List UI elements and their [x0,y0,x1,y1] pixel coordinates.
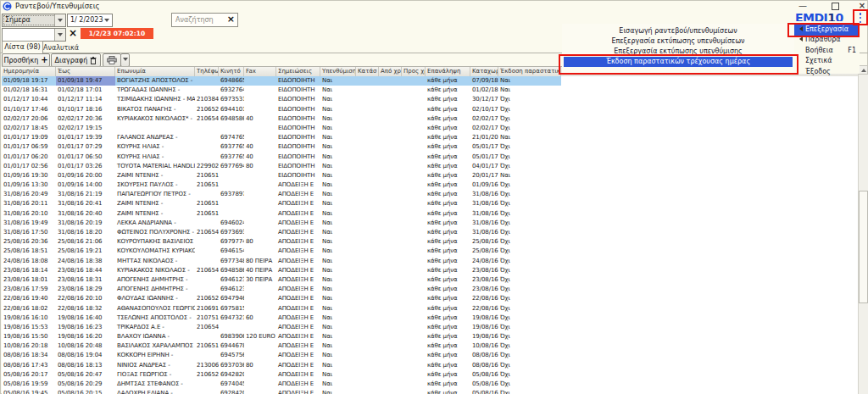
submenu-item[interactable]: Επεξεργασία εκτύπωσης υπενθυμίσεων [564,36,793,47]
table-cell [244,180,276,190]
menu-item-help[interactable]: ΒοήθειαF1 [793,46,858,56]
table-row[interactable]: 23/08/16 17:5923/08/16 18:29ΑΠΟΓΕΝΗΣ ΔΗΜ… [2,285,561,294]
minimize-button[interactable]: — [797,1,809,11]
table-row[interactable]: 22/08/16 18:0222/08/16 18:32ΑΘΑΝΑΣΟΠΟΥΛΟ… [2,304,561,314]
table-cell: 2106548 [195,323,219,332]
table-cell: ΤΡΩΓΑΔΑΣ ΙΩΑΝΝΗΣ - [115,86,195,95]
table-cell: κάθε μήνα [426,124,470,133]
table-cell [219,209,244,219]
table-cell: Ναι [320,162,356,171]
table-cell: 01/09/18 19:17 [2,76,56,86]
table-row[interactable]: 01/01/17 02:5601/01/17 03:26ΤΟΥΟΤΑ MATER… [2,162,561,171]
table-cell: 69735317 [219,95,244,104]
table-row[interactable]: 19/08/16 15:5319/08/16 16:23ΤΡΙΚΑΡΔΟΣ Α.… [2,323,561,332]
table-row[interactable]: 01/01/17 06:2001/01/17 06:50ΚΟΥΡΗΣ ΗΛΙΑΣ… [2,153,561,162]
table-row[interactable]: 10/08/16 20:1810/08/16 20:48ΒΑΣΙΛΑΚΟΣ ΧΑ… [2,341,561,351]
table-cell: 19/08/16 15:53 [2,323,56,332]
table-row[interactable]: 31/08/16 20:1031/08/16 20:40ΖΑΙΜΙ ΝΤΕΝΗΣ… [2,209,561,219]
filter-combo[interactable] [2,28,66,42]
tab-details[interactable]: Αναλυτικά [42,42,80,53]
scrollbar-thumb[interactable] [859,191,868,303]
table-cell: κάθε μήνα [426,114,470,124]
table-row[interactable]: 22/08/16 19:4022/08/16 20:10ΦΛΟΥΔΑΣ ΙΩΑΝ… [2,294,561,303]
table-row[interactable]: 01/09/16 13:3001/09/16 14:00ΣΚΟΥΡΣΗΣ ΠΑΥ… [2,180,561,190]
table-cell: Όχι [498,162,561,171]
table-cell [379,257,402,266]
table-cell: Όχι [498,124,561,133]
table-row[interactable]: 01/09/18 19:1701/09/18 19:47ΒΟΓΙΑΤΖΗΣ ΑΠ… [2,76,561,86]
clear-filter-button[interactable]: × [67,27,79,39]
table-row[interactable]: 25/08/16 18:5125/08/16 19:21ΚΟΥΚΟΥΛΟΜΑΤΗ… [2,247,561,256]
table-row[interactable]: 24/08/16 18:0824/08/16 18:38ΜΗΤΤΑΣ ΝΙΚΟΛ… [2,257,561,266]
table-row[interactable]: 19/08/16 16:1019/08/16 16:40ΤΣΕΛΩΝΗΣ ΑΠΟ… [2,314,561,323]
table-cell: κάθε μήνα [426,351,470,360]
table-row[interactable]: 02/02/17 20:0602/02/17 20:36ΚΥΡΙΑΚΑΚΟΣ Ν… [2,114,561,124]
table-row[interactable]: 31/08/16 20:1131/08/16 20:41ΖΑΙΜΙ ΝΤΕΝΗΣ… [2,199,561,208]
table-cell [356,142,379,152]
table-row[interactable]: 05/08/16 19:5905/08/16 20:29ΔΗΜΤΣΑΣ ΣΤΕΦ… [2,380,561,389]
maximize-button[interactable] [829,1,841,11]
table-row[interactable]: 31/08/16 17:5031/08/16 18:20ΦΩΤΕΙΝΟΣ ΠΟΛ… [2,228,561,237]
chevron-down-icon[interactable] [54,14,65,26]
print-button[interactable] [103,53,121,67]
table-row[interactable]: 02/02/17 18:4502/02/17 19:15ΕΙΔΟΠΟΙΗΤΗΝα… [2,124,561,133]
table-row[interactable]: 01/12/17 10:4401/12/17 11:14ΤΣΙΜΙΔΑΚΗΣ Ι… [2,95,561,104]
table-cell: ΒΙΚΑΤΟΣ ΠΑΝΑΓΗΣ - [115,105,195,114]
add-button[interactable]: Προσθήκη + [2,53,50,67]
table-cell: 05/08/16 19:45 [2,389,56,394]
table-row[interactable]: 01/02/18 16:3101/02/18 17:01ΤΡΩΓΑΔΑΣ ΙΩΑ… [2,86,561,95]
table-row[interactable]: 01/10/17 17:4601/10/17 18:16ΒΙΚΑΤΟΣ ΠΑΝΑ… [2,105,561,114]
table-row[interactable]: 01/09/16 19:3001/09/16 20:00ΖΑΙΜΙ ΝΤΕΝΗΣ… [2,171,561,180]
chevron-down-icon[interactable] [54,29,65,41]
period-select[interactable]: Σήμερα [2,14,66,27]
table-cell [356,95,379,104]
search-input[interactable] [174,14,226,25]
table-row[interactable]: 05/08/16 20:1705/08/16 20:47ΓΙΟΞΑΣ ΓΕΩΡΓ… [2,370,561,380]
date-picker[interactable]: 1/ 2/2023 [67,14,113,27]
vertical-scrollbar[interactable] [858,65,868,394]
table-cell: ΔΗΜΤΣΑΣ ΣΤΕΦΑΝΟΣ - [115,380,195,389]
table-cell: 69485860 [219,266,244,275]
table-cell: Όχι [498,389,561,394]
table-cell: 69473217 [219,314,244,323]
table-row[interactable]: 31/08/16 19:4931/08/16 20:19ΛΕΚΚΑ ΑΝΔΡΙΑ… [2,219,561,228]
print-options-caret[interactable] [120,53,130,67]
table-row[interactable]: 08/08/16 17:4308/08/16 18:13ΝΙΝΙΟΣ ΑΝΔΡΕ… [2,361,561,370]
table-row[interactable]: 05/08/16 19:4505/08/16 20:15ΛΑΔΟΧΡΗ ΕΛΙΑ… [2,389,561,394]
table-row[interactable]: 23/08/16 18:0123/08/16 18:31ΑΠΟΓΕΝΗΣ ΔΗΜ… [2,275,561,285]
table-cell [356,171,379,180]
table-row[interactable]: 01/01/17 06:5901/01/17 07:29ΚΟΥΡΗΣ ΗΛΙΑΣ… [2,142,561,152]
chevron-down-icon[interactable] [102,14,112,26]
tab-list[interactable]: Λίστα (98) [2,41,43,53]
table-cell [195,153,219,162]
table-cell: 22/08/16 20:10 [56,294,115,303]
table-cell: ΑΠΟΔΕΙΞΗ Ε [276,199,320,208]
menu-item-exit[interactable]: Έξοδος [793,67,858,77]
table-cell [402,389,426,394]
search-box[interactable]: × [171,13,238,27]
menu-item-about[interactable]: Σχετικά [793,56,858,66]
delete-button[interactable]: Διαγραφή [51,53,101,67]
table-cell [195,257,219,266]
table-row[interactable]: 31/08/16 20:4931/08/16 21:19ΠΑΠΑΓΕΩΡΓΙΟΥ… [2,190,561,199]
table-cell: 2106519 [195,180,219,190]
table-cell: ΒΛΑΧΟΥ ΙΩΑΝΝΑ - [115,332,195,341]
table-cell: 80 [244,237,276,247]
scroll-up-icon[interactable] [859,65,868,75]
table-row[interactable]: 23/08/16 18:1423/08/16 18:44ΚΥΡΙΑΚΑΚΟΣ Ν… [2,266,561,275]
table-cell: ΕΙΔΟΠΟΙΗΤΗ [276,153,320,162]
table-cell [356,180,379,190]
table-cell: Όχι [498,190,561,199]
table-row[interactable]: 25/08/16 20:3625/08/16 21:06ΚΟΥΡΟΥΠΑΚΗΣ … [2,237,561,247]
table-row[interactable]: 19/08/16 15:5019/08/16 16:20ΒΛΑΧΟΥ ΙΩΑΝΝ… [2,332,561,341]
table-cell [379,370,402,380]
table-cell: ΑΠΟΔΕΙΞΗ Ε [276,257,320,266]
table-row[interactable]: 01/01/17 19:0901/01/17 19:39ΓΑΛΑΝΟΣ ΑΝΔΡ… [2,133,561,142]
submenu-item[interactable]: Εισαγωγή ραντεβού/υπενθυμίσεων [564,26,793,36]
table-cell: 31/08/16 [470,219,498,228]
grid-body[interactable]: 01/09/18 19:1701/09/18 19:47ΒΟΓΙΑΤΖΗΣ ΑΠ… [2,76,858,394]
clear-search-icon[interactable]: × [227,14,235,25]
table-row[interactable]: 08/08/16 18:3408/08/16 19:04ΚΟΚΚΟΡΗ ΕΙΡΗ… [2,351,561,360]
table-cell: Ναι [320,285,356,294]
table-cell: Όχι [498,199,561,208]
